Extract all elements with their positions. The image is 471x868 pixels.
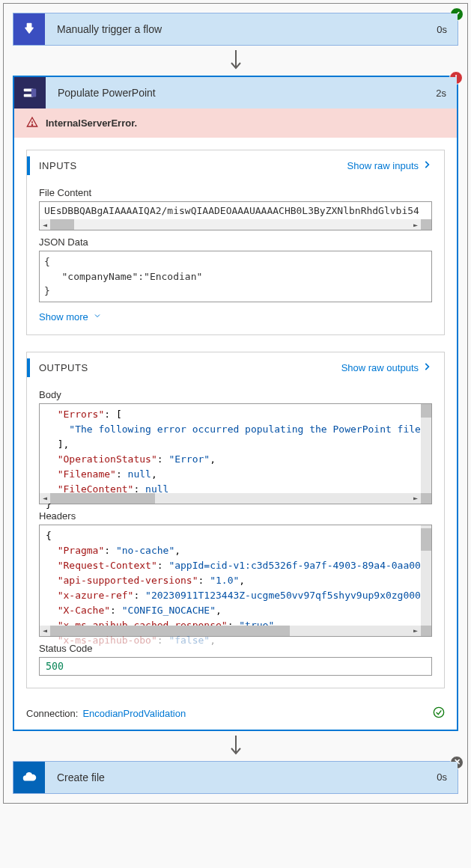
step-title: Populate PowerPoint [46, 87, 436, 99]
flow-run-canvas: ✓ Manually trigger a flow 0s ! Populate … [3, 3, 468, 804]
headers-json[interactable]: { "Pragma": "no-cache", "Request-Context… [39, 525, 432, 637]
step-trigger[interactable]: ✓ Manually trigger a flow 0s [13, 13, 458, 46]
show-more-link[interactable]: Show more [39, 311, 102, 323]
show-raw-inputs-link[interactable]: Show raw inputs [347, 159, 432, 172]
inputs-title: INPUTS [39, 160, 77, 171]
connection-link[interactable]: EncodianProdValidation [82, 708, 186, 719]
status-code-value[interactable] [39, 657, 432, 676]
chevron-right-icon [422, 361, 432, 374]
horizontal-scrollbar[interactable]: ◄ ► [40, 219, 431, 230]
encodian-icon [14, 77, 46, 109]
chevron-right-icon [422, 159, 432, 172]
warning-icon [26, 116, 38, 130]
chevron-down-icon [93, 311, 102, 323]
step-duration: 0s [437, 771, 458, 783]
horizontal-scrollbar[interactable]: ◄ ► [40, 493, 431, 504]
svg-point-6 [434, 707, 443, 717]
connector-arrow [13, 731, 458, 761]
step-populate-powerpoint[interactable]: ! Populate PowerPoint 2s InternalServerE… [13, 76, 458, 731]
step-duration: 0s [437, 24, 458, 35]
svg-point-5 [31, 124, 32, 125]
step-header[interactable]: Manually trigger a flow 0s [13, 13, 458, 45]
json-data-value[interactable]: { "companyName":"Encodian" } [39, 251, 432, 302]
connection-status-icon [433, 706, 445, 721]
vertical-scrollbar[interactable] [421, 525, 431, 626]
outputs-title: OUTPUTS [39, 362, 88, 373]
outputs-panel: OUTPUTS Show raw outputs Body "Errors": … [26, 352, 445, 688]
file-content-value[interactable]: UEsDBBQABgAIAAAAIQA2/miswQIAADEOAAAUAAAA… [39, 201, 432, 230]
step-header[interactable]: Create file 0s [13, 762, 458, 793]
trigger-icon [13, 13, 45, 45]
step-title: Manually trigger a flow [45, 23, 437, 35]
inputs-panel: INPUTS Show raw inputs File Content UEsD… [26, 150, 445, 335]
connector-arrow [13, 46, 458, 76]
onedrive-icon [13, 762, 45, 793]
step-create-file[interactable]: ✕ Create file 0s [13, 761, 458, 794]
svg-rect-3 [31, 89, 36, 97]
file-content-label: File Content [39, 187, 432, 198]
connection-row: Connection: EncodianProdValidation [14, 700, 457, 730]
step-header[interactable]: Populate PowerPoint 2s [14, 77, 457, 109]
body-json[interactable]: "Errors": [ "The following error occurre… [39, 403, 432, 504]
show-raw-outputs-link[interactable]: Show raw outputs [341, 361, 432, 374]
step-duration: 2s [436, 88, 457, 99]
error-banner: InternalServerError. [14, 109, 457, 138]
horizontal-scrollbar[interactable]: ◄ ► [40, 626, 431, 636]
vertical-scrollbar[interactable] [421, 404, 431, 493]
connection-label: Connection: [26, 708, 78, 719]
body-label: Body [39, 389, 432, 400]
error-message: InternalServerError. [46, 117, 137, 129]
json-data-label: JSON Data [39, 236, 432, 248]
step-body: INPUTS Show raw inputs File Content UEsD… [14, 138, 457, 700]
step-title: Create file [45, 771, 437, 783]
